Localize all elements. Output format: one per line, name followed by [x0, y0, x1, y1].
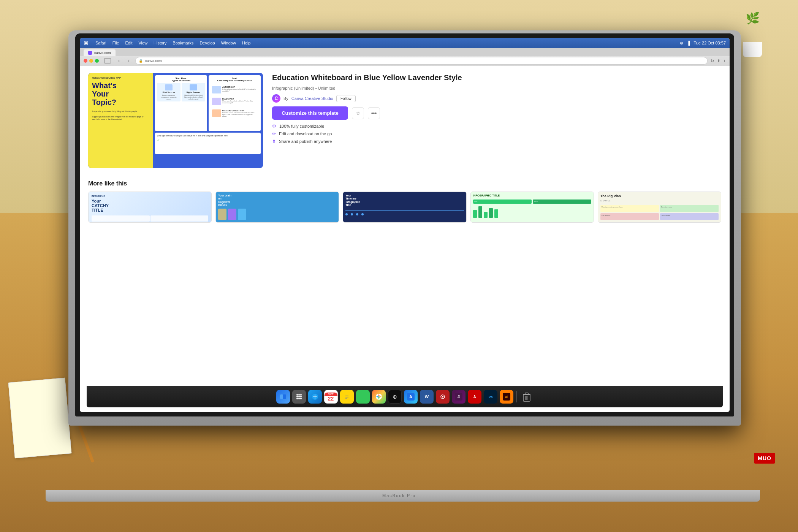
- active-tab[interactable]: canva.com: [84, 49, 116, 56]
- forward-button[interactable]: ›: [125, 57, 132, 64]
- svg-rect-14: [344, 394, 350, 399]
- dock-calendar[interactable]: OCT 22: [324, 390, 338, 404]
- svg-marker-19: [360, 398, 363, 399]
- svg-rect-18: [360, 394, 366, 398]
- author-avatar: C: [272, 94, 280, 103]
- sidebar-toggle[interactable]: [104, 58, 111, 63]
- svg-point-6: [298, 396, 300, 397]
- follow-button[interactable]: Follow: [336, 95, 356, 102]
- battery-icon: ▐: [687, 41, 690, 45]
- menu-bookmarks[interactable]: Bookmarks: [173, 41, 193, 45]
- thumbnail-cognitive-biases[interactable]: Your brainonCognitiveBiases: [215, 192, 339, 223]
- reload-icon[interactable]: ↻: [711, 59, 714, 63]
- dock-slack[interactable]: #: [452, 390, 466, 404]
- author-name[interactable]: Canva Creative Studio: [291, 96, 333, 101]
- macos-menubar: ⌘ Safari File Edit View History Bookmark…: [80, 38, 730, 48]
- relevancy-card: RELEVANCY When was the website published…: [211, 96, 259, 107]
- menu-edit[interactable]: Edit: [125, 41, 132, 45]
- customize-button[interactable]: Customize this template: [272, 106, 348, 120]
- maximize-button[interactable]: [95, 59, 99, 63]
- back-button[interactable]: ‹: [116, 57, 122, 64]
- dock-photos[interactable]: [372, 390, 386, 404]
- tab-favicon: [88, 51, 92, 55]
- svg-point-4: [300, 394, 302, 396]
- menu-view[interactable]: View: [138, 41, 147, 45]
- dock-notes[interactable]: [340, 390, 354, 404]
- dock-appstore[interactable]: A: [404, 390, 418, 404]
- svg-point-2: [296, 394, 298, 396]
- cog-figures: [218, 209, 336, 220]
- plant-leaves: 🌿: [746, 11, 760, 25]
- relevancy-text: RELEVANCY When was the website published…: [222, 98, 257, 104]
- lock-icon: 🔒: [139, 59, 143, 63]
- menubar-status-items: ⊛ ▐ Tue 22 Oct 03:57: [680, 41, 726, 46]
- feature-item-3: ⬆ Share and publish anywhere: [272, 139, 721, 144]
- thumbnail-timeline[interactable]: YourTimelineInfographicTitle: [343, 192, 466, 223]
- macbook-body: ⌘ Safari File Edit View History Bookmark…: [68, 30, 741, 426]
- digital-body: Educational Websites (edu), Non-profit w…: [183, 94, 204, 100]
- dock: OCT 22 ⊕ A W: [87, 386, 723, 407]
- authorship-card: AUTHORSHIP Is the author an expert in hi…: [211, 84, 259, 95]
- digital-icon: [190, 84, 197, 90]
- feature-text-1: 100% fully customizable: [279, 124, 324, 128]
- share-icon[interactable]: ⬆: [717, 59, 720, 63]
- bias-text: BIAS AND OBJECTIVITY Does the source pre…: [222, 109, 257, 118]
- ig-credibility-card: Next:Credibility and Reliability Check A…: [209, 75, 261, 131]
- address-bar[interactable]: 🔒 canva.com: [135, 57, 708, 65]
- svg-point-10: [300, 398, 302, 399]
- plant-pot: [743, 42, 762, 57]
- dock-photoshop[interactable]: Ps: [484, 390, 497, 404]
- apple-menu[interactable]: ⌘: [84, 40, 89, 46]
- ig-source-row: Print Sources Books, magazines, newspape…: [157, 83, 205, 101]
- digital-label: Digital Sources: [187, 91, 200, 93]
- dock-safari[interactable]: [308, 390, 322, 404]
- menu-safari[interactable]: Safari: [95, 41, 106, 45]
- menu-file[interactable]: File: [112, 41, 119, 45]
- menu-develop[interactable]: Develop: [200, 41, 215, 45]
- infographic-preview[interactable]: RESEARCH SOURCE MAP What'sYourTopic? Pre…: [88, 73, 263, 168]
- research-label: RESEARCH SOURCE MAP: [92, 77, 149, 79]
- dock-trash[interactable]: [520, 390, 534, 404]
- green-ig-title: INFOGRAPHIC TITLE: [473, 194, 591, 197]
- svg-point-27: [442, 396, 443, 397]
- dock-illustrator[interactable]: Ai: [500, 390, 513, 404]
- dock-word[interactable]: W: [420, 390, 434, 404]
- dock-finder[interactable]: [276, 390, 290, 404]
- svg-text:#: #: [457, 394, 460, 399]
- template-section: RESEARCH SOURCE MAP What'sYourTopic? Pre…: [80, 66, 730, 175]
- edit-icon: ✏: [272, 131, 276, 136]
- more-options-button[interactable]: •••: [368, 107, 380, 119]
- pig-plan-title: The Pig Plan: [600, 194, 719, 198]
- dock-messages[interactable]: [356, 390, 370, 404]
- clock: Tue 22 Oct 03:57: [694, 41, 726, 45]
- svg-text:A: A: [409, 394, 412, 399]
- thumbnail-pig-plan[interactable]: The Pig Plan A. SAMPLE Planning overview…: [598, 192, 721, 223]
- ig-left-panel: RESEARCH SOURCE MAP What'sYourTopic? Pre…: [88, 73, 153, 168]
- menu-history[interactable]: History: [154, 41, 166, 45]
- print-body: Books, magazines, newspapers, academic r…: [158, 94, 179, 100]
- muo-watermark: MUO: [754, 453, 775, 464]
- bookmark-button[interactable]: ☆: [352, 107, 364, 119]
- ig-bottom-card: What type of resource will you use? Move…: [155, 133, 261, 154]
- svg-point-7: [300, 396, 302, 397]
- thumbnail-catchy-title[interactable]: INFOGRAPHIC YourCATCHYTITLE: [88, 192, 212, 223]
- ig-right-panel: Start Here:Types of Sources Print Source…: [153, 73, 263, 168]
- dock-resolve[interactable]: [436, 390, 450, 404]
- svg-point-3: [298, 394, 300, 396]
- customize-icon: ⚙: [272, 124, 276, 129]
- wifi-icon: ⊛: [680, 41, 683, 46]
- close-button[interactable]: [84, 59, 87, 63]
- ig-start-title: Start Here:Types of Sources: [157, 77, 205, 82]
- template-title: Education Whiteboard in Blue Yellow Lave…: [272, 73, 721, 82]
- minimize-button[interactable]: [89, 59, 93, 63]
- menu-help[interactable]: Help: [242, 41, 251, 45]
- timeline-line: [345, 210, 464, 211]
- add-tab-icon[interactable]: +: [724, 59, 726, 63]
- timeline-title: YourTimelineInfographicTitle: [345, 194, 464, 207]
- dock-chatgpt[interactable]: ⊕: [388, 390, 402, 404]
- dock-acrobat[interactable]: A: [468, 390, 481, 404]
- authorship-text: AUTHORSHIP Is the author an expert in hi…: [222, 86, 257, 92]
- dock-launchpad[interactable]: [292, 390, 306, 404]
- menu-window[interactable]: Window: [221, 41, 236, 45]
- thumbnail-green-infographic[interactable]: INFOGRAPHIC TITLE Item 1 Item 2: [470, 192, 594, 223]
